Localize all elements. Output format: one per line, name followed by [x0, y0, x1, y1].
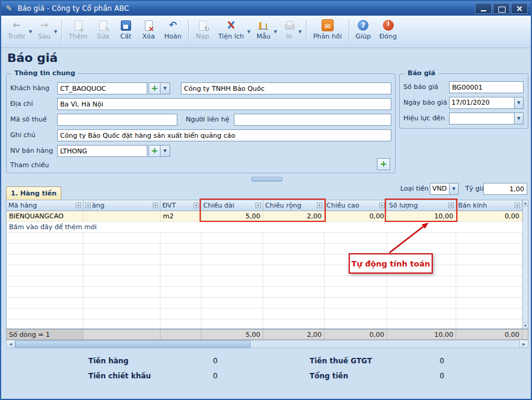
customer-code-input[interactable]	[57, 82, 147, 94]
grid-cell	[201, 298, 263, 308]
contact-input[interactable]	[234, 114, 391, 126]
empty-table-row	[7, 233, 528, 244]
chevron-down-icon[interactable]: ▼	[274, 29, 277, 34]
chevron-down-icon: ▼	[164, 86, 167, 91]
quote-number-input[interactable]	[449, 81, 524, 93]
quote-group-title: Báo giá	[405, 69, 438, 77]
salesperson-dropdown-button[interactable]: ▼	[161, 145, 170, 157]
column-header-7[interactable]: Bán kính	[456, 200, 522, 211]
toolbar-button-load[interactable]: Nạp	[191, 17, 214, 46]
toolbar-button-feedback[interactable]: Phản hồi	[309, 17, 346, 46]
column-pin-icon[interactable]	[85, 203, 91, 208]
column-pin-icon[interactable]	[194, 203, 199, 208]
table-row[interactable]: BIENQUANGCAOm25,002,000,0010,000,00	[7, 211, 528, 222]
toolbar-button-closeapp[interactable]: Đóng	[375, 17, 401, 46]
chevron-down-icon[interactable]: ▼	[514, 113, 523, 124]
column-header-5[interactable]: Chiều cao	[325, 200, 387, 211]
scroll-left-icon[interactable]: ◀	[7, 340, 15, 348]
grid-cell[interactable]: 0,00	[456, 211, 522, 221]
salesperson-input[interactable]	[57, 145, 147, 157]
toolbar-button-save[interactable]: Cất	[114, 17, 137, 46]
reference-add-button[interactable]: +	[377, 158, 390, 170]
note-input[interactable]	[57, 129, 391, 141]
column-pin-icon[interactable]	[317, 203, 322, 208]
quote-date-label: Ngày báo giá	[403, 97, 447, 109]
grid-cell[interactable]: 2,00	[263, 211, 325, 221]
splitter-handle[interactable]	[251, 177, 283, 182]
chevron-down-icon[interactable]: ▼	[299, 29, 302, 34]
column-header-4[interactable]: Chiều rộng	[263, 200, 325, 211]
grid-cell	[201, 309, 263, 319]
valid-until-picker[interactable]: ▼	[449, 112, 524, 125]
scroll-down-icon[interactable]: ▼	[523, 322, 528, 328]
chevron-down-icon[interactable]: ▼	[54, 29, 57, 34]
quote-date-picker[interactable]: 17/01/2020 ▼	[449, 97, 524, 109]
scrollbar-thumb[interactable]	[15, 340, 251, 348]
grid-cell[interactable]: 10,00	[387, 211, 456, 221]
column-pin-icon[interactable]	[255, 203, 261, 208]
toolbar-button-undo[interactable]: Hoàn	[160, 17, 186, 46]
close-button[interactable]	[511, 3, 528, 14]
toolbar-button-utility[interactable]: Tiện ích▼	[214, 17, 252, 46]
grid-cell	[387, 319, 456, 329]
chevron-down-icon[interactable]: ▼	[449, 183, 458, 194]
grid-cell[interactable]: m2	[161, 211, 201, 221]
salesperson-add-button[interactable]: +	[148, 145, 161, 157]
chevron-down-icon[interactable]: ▼	[514, 97, 523, 108]
column-pin-icon[interactable]	[379, 203, 385, 208]
column-header-3[interactable]: Chiều dài	[201, 200, 263, 211]
customer-dropdown-button[interactable]: ▼	[161, 82, 170, 94]
column-header-1[interactable]: àng	[84, 200, 161, 211]
exchange-rate-input[interactable]	[483, 183, 527, 195]
toolbar-button-next[interactable]: Sau▼	[34, 17, 59, 46]
minimize-button[interactable]	[475, 3, 492, 14]
grid-cell	[263, 233, 325, 243]
grid-cell	[84, 309, 161, 319]
address-input[interactable]	[57, 98, 391, 110]
toolbar-button-prev[interactable]: Trước▼	[4, 17, 34, 46]
close-icon	[512, 4, 527, 13]
quote-date-value: 17/01/2020	[450, 97, 514, 108]
footer-total-cell: 10,00	[387, 330, 456, 339]
grid-cell[interactable]: BIENQUANGCAO	[7, 211, 84, 221]
scroll-right-icon[interactable]: ▶	[519, 340, 528, 348]
toolbar-button-label: Nạp	[196, 32, 209, 40]
delete-icon	[142, 19, 154, 31]
add-new-row[interactable]: Bấm vào đây để thêm mới	[7, 222, 528, 233]
toolbar-button-print[interactable]: In▼	[279, 17, 304, 46]
column-header-6[interactable]: Số lượng	[387, 200, 456, 211]
grid-cell	[456, 309, 522, 319]
column-pin-icon[interactable]	[515, 203, 520, 208]
tab-hang-tien[interactable]: 1. Hàng tiền	[6, 186, 61, 200]
maximize-button[interactable]	[493, 3, 510, 14]
minimize-icon	[475, 4, 491, 13]
tax-code-input[interactable]	[57, 114, 177, 126]
column-pin-icon[interactable]	[76, 203, 81, 208]
toolbar-button-help[interactable]: Giúp	[352, 17, 376, 46]
column-pin-icon[interactable]	[153, 203, 158, 208]
scroll-up-icon[interactable]: ▲	[523, 200, 528, 206]
customer-add-button[interactable]: +	[148, 82, 161, 94]
column-header-0[interactable]: Mã hàng	[7, 200, 84, 211]
toolbar-button-template[interactable]: Mẫu▼	[252, 17, 279, 46]
grid-cell[interactable]: 0,00	[325, 211, 387, 221]
grid-cell[interactable]: 5,00	[201, 211, 263, 221]
chevron-down-icon[interactable]: ▼	[247, 29, 250, 34]
column-pin-icon[interactable]	[448, 203, 454, 208]
currency-select[interactable]: VND ▼	[430, 183, 459, 195]
customer-name-input[interactable]	[181, 82, 391, 94]
toolbar-button-label: Mẫu	[257, 32, 271, 40]
toolbar-button-delete[interactable]: Xóa	[137, 17, 160, 46]
app-window: ✎ Báo giá - Công ty Cổ phần ABC Trước▼Sa…	[0, 0, 532, 400]
column-header-2[interactable]: ĐVT	[161, 200, 201, 211]
grid-cell	[456, 244, 522, 254]
horizontal-scrollbar[interactable]: ◀ ▶	[6, 340, 528, 348]
vat-amount-label: Tiền thuế GTGT	[310, 357, 372, 365]
toolbar-button-edit[interactable]: Sửa	[91, 17, 114, 46]
chevron-down-icon[interactable]: ▼	[29, 29, 32, 34]
grid-cell[interactable]	[84, 211, 161, 221]
grid-cell	[456, 287, 522, 297]
grid-cell	[387, 244, 456, 254]
vertical-scrollbar[interactable]: ▲ ▼	[522, 200, 528, 328]
toolbar-button-add[interactable]: Thêm	[64, 17, 91, 46]
